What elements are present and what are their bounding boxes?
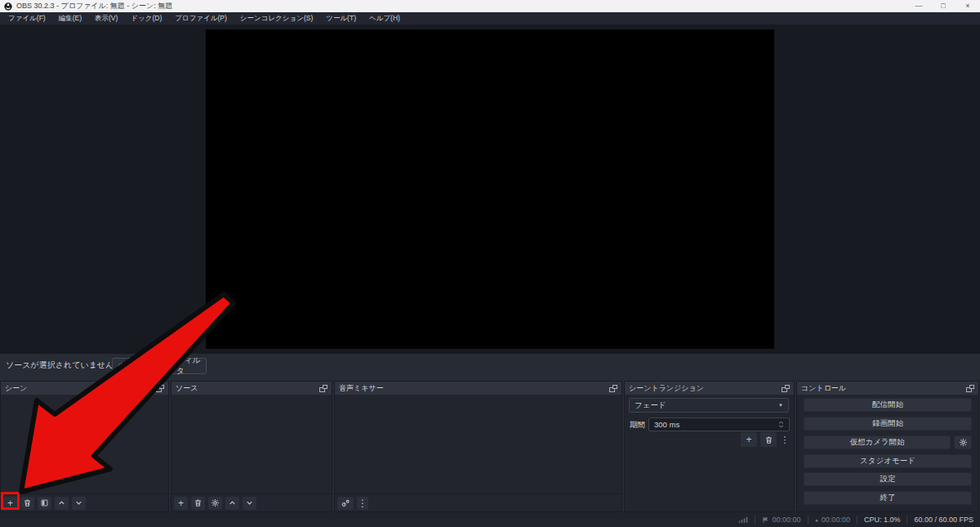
scene-transitions-dock: シーントランジション フェード ▼ 期間 300 ms + — [625, 382, 794, 511]
gear-icon — [959, 438, 968, 447]
record-time: 00:00:00 — [822, 516, 850, 524]
audio-mixer-dock-title: 音声ミキサー — [339, 383, 384, 394]
start-streaming-button[interactable]: 配信開始 — [804, 398, 972, 412]
add-source-button[interactable]: + — [174, 497, 188, 510]
menu-scene-collection[interactable]: シーンコレクション(S) — [234, 12, 319, 25]
menu-help[interactable]: ヘルプ(H) — [363, 12, 407, 25]
popout-icon[interactable] — [966, 385, 974, 392]
move-scene-up-button[interactable] — [55, 497, 69, 510]
controls-dock-header[interactable]: コントロール — [797, 382, 978, 395]
plus-icon: + — [7, 497, 13, 510]
scene-transitions-dock-header[interactable]: シーントランジション — [625, 382, 794, 395]
plus-icon: + — [178, 497, 184, 510]
chevron-up-icon — [57, 498, 66, 507]
exit-button[interactable]: 終了 — [804, 491, 972, 505]
remove-scene-button[interactable] — [20, 497, 34, 510]
divider — [808, 516, 808, 524]
properties-button-label: プロパティ — [128, 355, 163, 377]
trash-icon — [194, 498, 203, 507]
chevron-down-icon: ▼ — [778, 403, 783, 408]
stream-timer: 00:00:00 — [762, 516, 801, 524]
record-icon: ● — [815, 517, 818, 523]
menu-view[interactable]: 表示(V) — [88, 12, 124, 25]
scene-filters-icon — [40, 498, 49, 507]
maximize-icon[interactable]: □ — [931, 0, 956, 12]
trash-icon — [764, 435, 773, 444]
menu-profile[interactable]: プロファイル(P) — [168, 12, 234, 25]
chevron-down-icon — [74, 498, 83, 507]
no-source-selected-label: ソースが選択されていません — [6, 354, 114, 377]
divider — [906, 516, 907, 524]
menu-edit[interactable]: 編集(E) — [52, 12, 88, 25]
kebab-icon: ⋮ — [781, 433, 790, 446]
settings-button[interactable]: 設定 — [804, 472, 972, 486]
scenes-dock-header[interactable]: シーン — [1, 382, 168, 395]
popout-icon[interactable] — [609, 385, 617, 392]
stream-time: 00:00:00 — [773, 516, 801, 524]
network-status — [738, 516, 748, 524]
gear-icon — [211, 498, 220, 507]
virtual-camera-settings-button[interactable] — [954, 435, 972, 449]
obs-logo-icon — [4, 2, 12, 11]
preview-area — [0, 25, 980, 354]
move-scene-down-button[interactable] — [72, 497, 86, 510]
transition-select-value: フェード — [635, 400, 666, 411]
signal-bars-icon — [738, 516, 748, 524]
sources-dock: ソース + — [172, 382, 332, 511]
menu-file[interactable]: ファイル(F) — [2, 12, 52, 25]
transitions-toolbar: + ⋮ — [741, 432, 790, 447]
popout-icon[interactable] — [782, 385, 790, 392]
audio-mixer-toolbar: ⋮ — [335, 494, 621, 511]
sources-dock-header[interactable]: ソース — [172, 382, 332, 395]
transition-select[interactable]: フェード ▼ — [629, 398, 789, 413]
add-transition-button[interactable]: + — [741, 432, 757, 447]
add-scene-button[interactable]: + — [3, 497, 17, 510]
audio-mixer-dock-header[interactable]: 音声ミキサー — [335, 382, 621, 395]
minimize-icon[interactable]: — — [906, 0, 931, 12]
popout-icon[interactable] — [156, 385, 164, 392]
duration-value: 300 ms — [654, 420, 679, 429]
fps-indicator: 60.00 / 60.00 FPS — [914, 516, 973, 524]
transition-properties-button[interactable]: ⋮ — [780, 432, 790, 447]
remove-source-button[interactable] — [191, 497, 205, 510]
duration-input[interactable]: 300 ms — [648, 418, 790, 431]
scenes-dock: シーン + — [1, 382, 168, 511]
record-timer: ● 00:00:00 — [815, 516, 850, 524]
duration-spinner[interactable] — [778, 421, 784, 428]
plus-icon: + — [746, 433, 751, 446]
cpu-usage: CPU: 1.0% — [864, 516, 901, 524]
filters-button-label: フィルタ — [176, 355, 201, 377]
remove-transition-button[interactable] — [760, 432, 777, 447]
divider — [857, 516, 858, 524]
gear-icon — [118, 362, 125, 370]
menu-tools[interactable]: ツール(T) — [319, 12, 363, 25]
source-properties-button[interactable] — [208, 497, 222, 510]
scenes-dock-title: シーン — [5, 383, 27, 394]
chevron-down-icon — [245, 498, 254, 507]
preview-canvas[interactable] — [206, 29, 774, 349]
sources-dock-toolbar: + — [172, 494, 332, 511]
kebab-icon: ⋮ — [358, 497, 368, 510]
trash-icon — [23, 498, 32, 507]
stream-icon — [762, 516, 769, 524]
chevron-up-icon — [228, 498, 237, 507]
close-icon[interactable]: × — [956, 0, 980, 12]
start-recording-button[interactable]: 録画開始 — [804, 417, 972, 431]
duration-label: 期間 — [630, 418, 645, 431]
properties-button[interactable]: プロパティ — [112, 358, 169, 374]
start-virtual-camera-button[interactable]: 仮想カメラ開始 — [804, 435, 951, 449]
source-toolbar: ソースが選択されていません プロパティ フィルタ — [0, 354, 980, 382]
studio-mode-button[interactable]: スタジオモード — [804, 454, 972, 468]
move-source-down-button[interactable] — [243, 497, 256, 510]
menu-docks[interactable]: ドック(D) — [124, 12, 168, 25]
scene-filters-button[interactable] — [38, 497, 51, 510]
divider — [755, 516, 755, 524]
popout-icon[interactable] — [319, 385, 327, 392]
mixer-menu-button[interactable]: ⋮ — [357, 497, 368, 510]
obs-main-window: OBS 30.2.3 - プロファイル: 無題 - シーン: 無題 — □ × … — [0, 0, 980, 527]
move-source-up-button[interactable] — [225, 497, 239, 510]
scenes-dock-toolbar: + — [1, 494, 168, 511]
advanced-audio-button[interactable] — [337, 497, 354, 510]
filters-button[interactable]: フィルタ — [171, 358, 207, 374]
scene-transitions-dock-title: シーントランジション — [629, 383, 704, 394]
